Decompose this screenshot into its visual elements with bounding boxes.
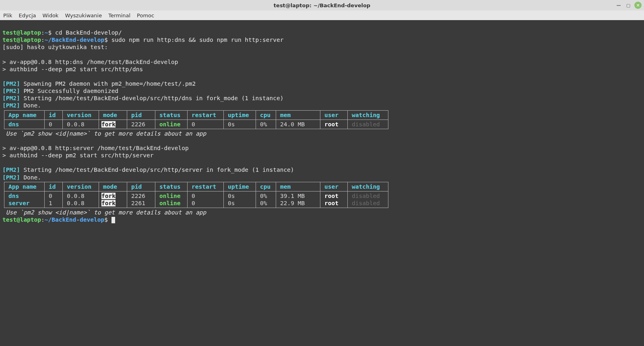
close-icon[interactable]: ✕ <box>634 2 642 9</box>
minimize-icon[interactable]: — <box>615 2 622 9</box>
pm2-line: Starting /home/test/BackEnd-develop/src/… <box>20 167 294 173</box>
th-watching: watching <box>348 182 388 192</box>
prompt-user: test@laptop <box>2 216 41 223</box>
cell-id: 1 <box>49 200 52 206</box>
pm2-table-2: App nameidversionmodepidstatusrestartupt… <box>4 182 388 208</box>
th-status: status <box>155 111 188 120</box>
cell-restart: 0 <box>192 200 195 206</box>
pm2-tag: [PM2] <box>2 80 20 87</box>
th-mem: mem <box>276 111 320 120</box>
cell-watching: disabled <box>352 200 380 206</box>
pm2-hint: Use `pm2 show <id|name>` to get more det… <box>2 209 206 216</box>
th-user: user <box>320 182 348 192</box>
npm-line: > av-app@0.0.8 http:server /home/test/Ba… <box>2 145 189 151</box>
pm2-tag: [PM2] <box>2 95 20 101</box>
cell-status: online <box>159 193 180 199</box>
pm2-tag: [PM2] <box>2 174 20 181</box>
cell-id: 0 <box>45 120 63 129</box>
cell-mem: 22.9 MB <box>280 200 305 206</box>
cursor <box>111 217 115 223</box>
menu-item-edycja[interactable]: Edycja <box>19 12 36 19</box>
th-mode: mode <box>99 182 127 192</box>
cell-app-name: dns <box>8 193 19 199</box>
pm2-line: PM2 Successfully daemonized <box>20 88 118 94</box>
menu-item-wyszukiwanie[interactable]: Wyszukiwanie <box>65 12 102 19</box>
pm2-tag: [PM2] <box>2 167 20 173</box>
prompt-user: test@laptop <box>2 29 41 36</box>
th-watching: watching <box>348 111 388 120</box>
prompt-path: ~ <box>45 29 48 36</box>
th-user: user <box>320 111 348 120</box>
cell-version: 0.0.8 <box>63 120 99 129</box>
menu-item-terminal[interactable]: Terminal <box>108 12 130 19</box>
command-run: sudo npm run http:dns && sudo npm run ht… <box>111 37 284 43</box>
cell-restart: 0 <box>192 193 195 199</box>
prompt-symbol: $ <box>104 216 108 223</box>
cell-user: root <box>324 193 339 199</box>
window-titlebar: test@laptop: ~/BackEnd-develop — ▢ ✕ <box>0 0 644 10</box>
cell-pid: 2261 <box>131 200 145 206</box>
th-status: status <box>155 182 188 192</box>
cell-uptime: 0s <box>224 120 256 129</box>
pm2-line: Done. <box>20 174 41 181</box>
cell-user: root <box>324 200 339 206</box>
th-restart: restart <box>188 111 224 120</box>
cell-pid: 2226 <box>127 120 155 129</box>
cell-id: 0 <box>49 193 52 199</box>
menu-item-widok[interactable]: Widok <box>42 12 58 19</box>
pm2-line: Done. <box>20 102 41 109</box>
th-mem: mem <box>276 182 320 192</box>
menu-bar: Plik Edycja Widok Wyszukiwanie Terminal … <box>0 10 644 20</box>
th-app-name: App name <box>4 111 45 120</box>
cell-status: online <box>159 200 180 206</box>
cell-version: 0.0.8 <box>67 193 85 199</box>
cell-mode: fork <box>101 200 116 206</box>
cell-user: root <box>324 121 339 128</box>
th-id: id <box>45 182 63 192</box>
command-cd: cd BackEnd-develop/ <box>55 29 122 36</box>
npm-line: > authbind --deep pm2 start src/http/ser… <box>2 152 153 159</box>
cell-watching: disabled <box>352 121 380 128</box>
cell-uptime: 0s <box>228 193 235 199</box>
cell-mode: fork <box>101 121 116 128</box>
th-app-name: App name <box>4 182 45 192</box>
cell-status: online <box>159 121 180 128</box>
th-mode: mode <box>99 111 127 120</box>
pm2-tag: [PM2] <box>2 88 20 94</box>
th-uptime: uptime <box>224 182 256 192</box>
window-title: test@laptop: ~/BackEnd-develop <box>274 2 370 8</box>
maximize-icon[interactable]: ▢ <box>625 2 632 9</box>
menu-item-plik[interactable]: Plik <box>3 12 12 19</box>
prompt-path: ~/BackEnd-develop <box>45 37 104 43</box>
cell-restart: 0 <box>188 120 224 129</box>
sudo-prompt: [sudo] hasło użytkownika test: <box>2 44 108 50</box>
cell-app-name: server <box>8 200 29 206</box>
cell-mode: fork <box>101 193 116 199</box>
cell-cpu: 0% <box>256 120 276 129</box>
pm2-line: Spawning PM2 daemon with pm2_home=/home/… <box>20 80 196 87</box>
prompt-path: ~/BackEnd-develop <box>45 216 104 223</box>
th-uptime: uptime <box>224 111 256 120</box>
pm2-line: Starting /home/test/BackEnd-develop/src/… <box>20 95 284 101</box>
cell-mem: 24.0 MB <box>276 120 320 129</box>
cell-version: 0.0.8 <box>67 200 85 206</box>
pm2-tag: [PM2] <box>2 102 20 109</box>
menu-item-pomoc[interactable]: Pomoc <box>137 12 154 19</box>
cell-watching: disabled <box>352 193 380 199</box>
cell-cpu: 0% <box>260 193 267 199</box>
cell-uptime: 0s <box>228 200 235 206</box>
npm-line: > authbind --deep pm2 start src/http/dns <box>2 66 143 72</box>
pm2-hint: Use `pm2 show <id|name>` to get more det… <box>2 130 206 137</box>
terminal-output[interactable]: test@laptop:~$ cd BackEnd-develop/ test@… <box>0 20 644 346</box>
npm-line: > av-app@0.0.8 http:dns /home/test/BackE… <box>2 59 178 65</box>
th-restart: restart <box>188 182 224 192</box>
cell-mem: 39.1 MB <box>280 193 305 199</box>
prompt-user: test@laptop <box>2 37 41 43</box>
th-cpu: cpu <box>256 182 276 192</box>
cell-app-name: dns <box>8 121 19 128</box>
th-cpu: cpu <box>256 111 276 120</box>
cell-pid: 2226 <box>131 193 145 199</box>
th-id: id <box>45 111 63 120</box>
pm2-table-1: App nameidversionmodepidstatusrestartupt… <box>4 110 388 129</box>
prompt-symbol: $ <box>104 37 108 43</box>
